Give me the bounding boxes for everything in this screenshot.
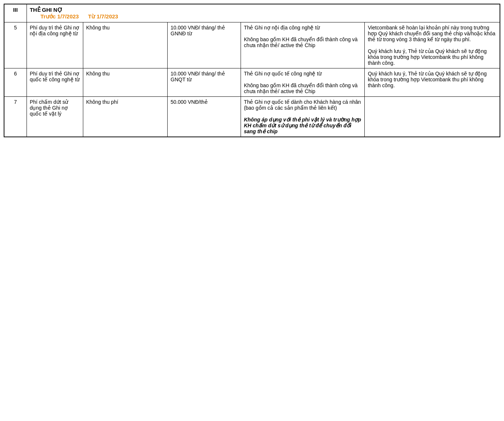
- row-7-condition-italic: Không áp dụng với thẻ phi vật lý và trườ…: [244, 117, 361, 134]
- col-after-label: Từ 1/7/2023: [88, 13, 118, 20]
- row-7-name: Phí chấm dứt sử dụng thẻ Ghi nợ quốc tế …: [27, 97, 83, 137]
- table-row: 6 Phí duy trì thẻ Ghi nợ quốc tế công ng…: [4, 68, 500, 97]
- row-5-num: 5: [4, 22, 27, 68]
- section-num: III: [4, 4, 27, 22]
- row-6-before: Không thu: [83, 68, 167, 97]
- row-6-after: 10.000 VNĐ/ tháng/ thẻ GNQT từ: [168, 68, 241, 97]
- row-5-condition: Thẻ Ghi nợ nội địa công nghệ từ Không ba…: [241, 22, 365, 68]
- row-5-name: Phí duy trì thẻ Ghi nợ nội địa công nghệ…: [27, 22, 83, 68]
- row-5-after: 10.000 VNĐ/ tháng/ thẻ GNNĐ từ: [168, 22, 241, 68]
- col-before-label: Trước 1/7/2023: [41, 13, 79, 20]
- row-7-note: [365, 97, 500, 137]
- row-5-before: Không thu: [83, 22, 167, 68]
- row-6-note: Quý khách lưu ý, Thẻ từ của Quý khách sẽ…: [365, 68, 500, 97]
- section-title: THẺ GHI NỢ: [30, 7, 63, 13]
- row-6-condition: Thẻ Ghi nợ quốc tế công nghệ từ Không ba…: [241, 68, 365, 97]
- row-6-num: 6: [4, 68, 27, 97]
- row-5-note: Vietcombank sẽ hoàn lại khoản phí này tr…: [365, 22, 500, 68]
- main-table: III THẺ GHI NỢ Trước 1/7/2023 Từ 1/7/202…: [4, 4, 500, 137]
- row-7-before: Không thu phí: [83, 97, 167, 137]
- table-row: 5 Phí duy trì thẻ Ghi nợ nội địa công ng…: [4, 22, 500, 68]
- table-row: 7 Phí chấm dứt sử dụng thẻ Ghi nợ quốc t…: [4, 97, 500, 137]
- row-7-after: 50.000 VNĐ/thẻ: [168, 97, 241, 137]
- row-6-name: Phí duy trì thẻ Ghi nợ quốc tế công nghệ…: [27, 68, 83, 97]
- row-7-num: 7: [4, 97, 27, 137]
- row-7-condition: Thẻ Ghi nợ quốc tế dành cho Khách hàng c…: [241, 97, 365, 137]
- section-header-row: III THẺ GHI NỢ Trước 1/7/2023 Từ 1/7/202…: [4, 4, 500, 22]
- section-title-cell: THẺ GHI NỢ Trước 1/7/2023 Từ 1/7/2023: [27, 4, 500, 22]
